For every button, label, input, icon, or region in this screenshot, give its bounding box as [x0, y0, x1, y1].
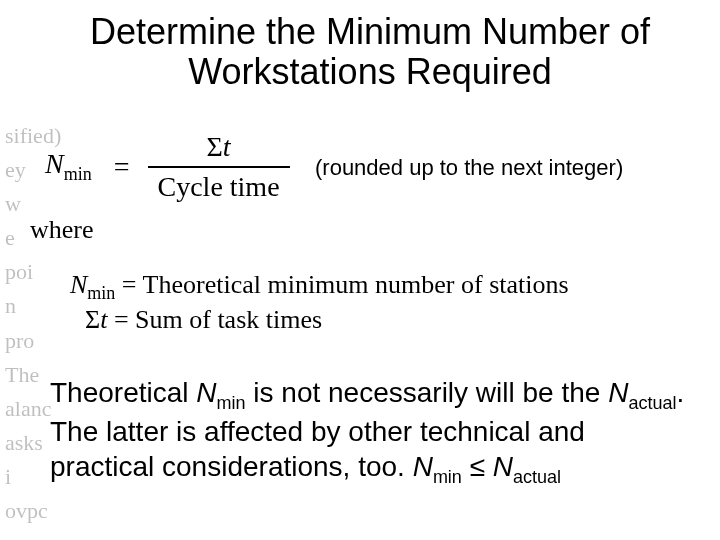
sigma-icon: Σ — [85, 305, 100, 334]
ghost-line: sified) — [5, 119, 45, 153]
symbol-sub-actual: actual — [513, 467, 561, 487]
symbol-sub-min: min — [87, 283, 115, 303]
definition-nmin: Nmin = Theoretical minimum number of sta… — [70, 270, 569, 304]
slide: Determine the Minimum Number of Workstat… — [0, 0, 720, 540]
fraction-bar — [148, 166, 290, 168]
leq-sign: ≤ — [462, 451, 493, 482]
equals-sign: = — [114, 151, 130, 183]
ghost-line: The — [5, 358, 45, 392]
ghost-line: alanc — [5, 392, 45, 426]
symbol-sub-min: min — [64, 164, 92, 184]
ghost-line: n pro — [5, 289, 45, 357]
equals-sign: = — [107, 305, 135, 334]
symbol-sub-actual: actual — [628, 393, 676, 413]
symbol-sub-min: min — [217, 393, 246, 413]
body-text-run: is not necessarily will be the — [246, 377, 609, 408]
fraction-numerator: Σt — [197, 130, 241, 164]
symbol-n: N — [608, 377, 628, 408]
symbol-n: N — [493, 451, 513, 482]
definition-text: Sum of task times — [135, 305, 322, 334]
ghost-line: ey w — [5, 153, 45, 221]
equals-sign: = — [115, 270, 142, 299]
body-text-run: Theoretical — [50, 377, 196, 408]
ghost-line: ovpc — [5, 494, 45, 528]
slide-title: Determine the Minimum Number of Workstat… — [80, 12, 660, 91]
symbol-n: N — [196, 377, 216, 408]
ghost-line: asks i — [5, 426, 45, 494]
fraction-denominator: Cycle time — [148, 170, 290, 204]
inequality: Nmin ≤ Nactual — [413, 451, 561, 482]
symbol-n: N — [45, 148, 64, 179]
body-paragraph: Theoretical Nmin is not necessarily will… — [50, 375, 690, 488]
sigma-icon: Σ — [207, 131, 223, 162]
definition-sigma-t: Σt = Sum of task times — [85, 305, 322, 335]
symbol-t: t — [223, 131, 231, 162]
fraction: Σt Cycle time — [148, 130, 290, 203]
symbol-nmin: Nmin — [45, 148, 92, 185]
background-book-text: sified) ey w e poi n pro The alanc asks … — [5, 115, 45, 528]
rounding-note: (rounded up to the next integer) — [315, 155, 623, 181]
symbol-sub-min: min — [433, 467, 462, 487]
definition-text: Theoretical minimum number of stations — [143, 270, 569, 299]
symbol-n: N — [70, 270, 87, 299]
formula-block: sified) ey w e poi n pro The alanc asks … — [5, 115, 715, 330]
symbol-n: N — [413, 451, 433, 482]
where-label: where — [30, 215, 94, 245]
formula-nmin-equation: Nmin = Σt Cycle time — [45, 130, 290, 203]
